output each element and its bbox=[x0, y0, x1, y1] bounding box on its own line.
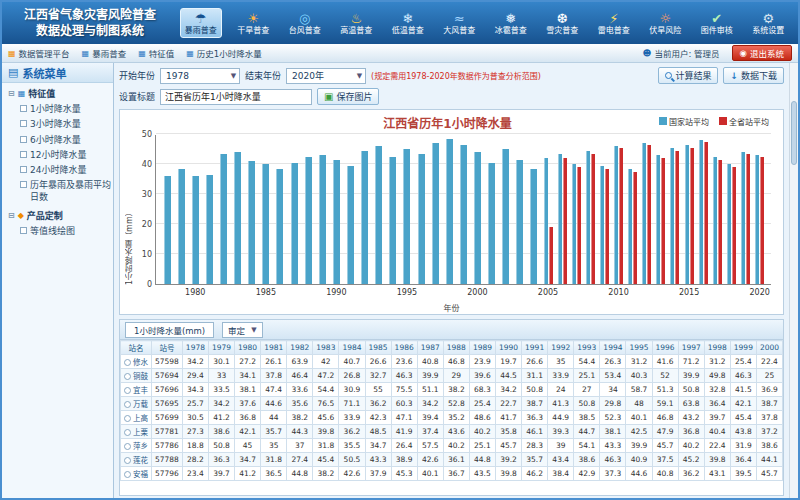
value-cell: 24 bbox=[548, 383, 574, 397]
end-year-select[interactable]: 2020年 ▼ bbox=[286, 68, 366, 84]
tab-item[interactable]: ▦暴雨普查 bbox=[82, 47, 127, 59]
scrollbar-thumb[interactable] bbox=[791, 101, 797, 165]
item-checkbox[interactable] bbox=[20, 105, 27, 112]
tree-expander-icon[interactable]: ⊟ bbox=[8, 211, 15, 220]
table-tab-hourly[interactable]: 1小时降水量(mm) bbox=[125, 322, 214, 338]
value-cell: 31.8 bbox=[261, 453, 287, 467]
table-row[interactable]: 安福5779623.439.741.236.544.838.242.637.94… bbox=[121, 467, 784, 481]
toolbar-item-cold[interactable]: ❄低温普查 bbox=[388, 9, 428, 38]
value-cell: 38.2 bbox=[313, 467, 339, 481]
item-checkbox[interactable] bbox=[20, 151, 27, 158]
value-cell: 39.9 bbox=[678, 369, 704, 383]
item-checkbox[interactable] bbox=[20, 181, 27, 188]
y-tick-label: 30 bbox=[142, 190, 152, 199]
chart-title-input[interactable]: 江西省历年1小时降水量 bbox=[160, 89, 312, 105]
sidebar-group-特征值[interactable]: ⊟▦特征值 bbox=[2, 83, 113, 102]
tab-item[interactable]: ▦数据管理平台 bbox=[8, 47, 70, 59]
table-row[interactable]: 宜丰5769634.333.538.147.433.654.430.95575.… bbox=[121, 383, 784, 397]
value-cell: 36.2 bbox=[339, 425, 365, 439]
bar-provincial bbox=[760, 157, 764, 285]
col-year: 1987 bbox=[417, 341, 443, 355]
logout-button[interactable]: ◉ 退出系统 bbox=[732, 45, 792, 61]
tab-item-label: 历史1小时降水量 bbox=[197, 47, 262, 59]
col-year: 1997 bbox=[678, 341, 704, 355]
value-cell: 40.7 bbox=[339, 355, 365, 369]
row-radio[interactable] bbox=[124, 415, 131, 422]
x-tick-label: 1980 bbox=[185, 288, 205, 297]
chevron-down-icon: ▼ bbox=[357, 72, 362, 80]
table-row[interactable]: 上高5769930.541.236.84438.245.633.942.347.… bbox=[121, 411, 784, 425]
vertical-scrollbar[interactable] bbox=[789, 63, 798, 498]
toolbar-item-typhoon[interactable]: ◎台风普查 bbox=[285, 9, 325, 38]
value-cell: 36.4 bbox=[704, 397, 730, 411]
row-radio[interactable] bbox=[124, 429, 131, 436]
sidebar-item-历年暴雨及暴雨平均日数[interactable]: 历年暴雨及暴雨平均日数 bbox=[2, 178, 113, 205]
value-cell: 46.8 bbox=[652, 411, 678, 425]
table-row[interactable]: 上栗5778127.338.642.135.744.339.836.248.54… bbox=[121, 425, 784, 439]
download-button[interactable]: ↓ 数据下载 bbox=[723, 67, 784, 84]
table-row[interactable]: 修水5759834.230.127.226.163.94240.726.623.… bbox=[121, 355, 784, 369]
row-radio[interactable] bbox=[124, 373, 131, 380]
calculate-button[interactable]: 计算结果 bbox=[658, 67, 718, 84]
toolbar-item-lightning[interactable]: ⚡雷电普查 bbox=[594, 9, 634, 38]
value-cell: 27.2 bbox=[235, 355, 261, 369]
toolbar-item-review[interactable]: ✔图件审核 bbox=[697, 9, 737, 38]
sidebar-item-24小时降水量[interactable]: 24小时降水量 bbox=[2, 163, 113, 178]
item-checkbox[interactable] bbox=[20, 120, 27, 127]
bar-national bbox=[558, 154, 562, 285]
item-checkbox[interactable] bbox=[20, 227, 27, 234]
toolbar-item-drought-sun[interactable]: ☀干旱普查 bbox=[233, 9, 273, 38]
start-year-select[interactable]: 1978 ▼ bbox=[160, 68, 240, 84]
tree-expander-icon[interactable]: ⊟ bbox=[8, 89, 15, 98]
value-cell: 48.5 bbox=[365, 425, 391, 439]
tab-item[interactable]: ▦特征值 bbox=[138, 47, 174, 59]
row-radio[interactable] bbox=[124, 387, 131, 394]
sidebar-item-12小时降水量[interactable]: 12小时降水量 bbox=[2, 148, 113, 163]
sidebar-group-产品定制[interactable]: ⊟◆产品定制 bbox=[2, 205, 113, 224]
tab-item-icon: ▦ bbox=[186, 49, 194, 58]
value-cell: 28.3 bbox=[522, 439, 548, 453]
table-row[interactable]: 万载5769525.734.237.644.635.676.571.136.26… bbox=[121, 397, 784, 411]
bar-group-2013 bbox=[654, 135, 668, 284]
value-cell: 43.5 bbox=[469, 467, 495, 481]
value-cell: 38.1 bbox=[600, 425, 626, 439]
table-row[interactable]: 铜鼓5769429.43334.137.846.447.226.832.746.… bbox=[121, 369, 784, 383]
value-cell: 22.7 bbox=[495, 397, 521, 411]
bar-group-2003 bbox=[513, 135, 527, 284]
save-image-button[interactable]: ▣ 保存图片 bbox=[317, 88, 379, 105]
review-filter-select[interactable]: 审定 ▼ bbox=[222, 322, 262, 338]
value-cell: 37.2 bbox=[756, 425, 782, 439]
value-cell: 40.2 bbox=[678, 439, 704, 453]
tab-item[interactable]: ▦历史1小时降水量 bbox=[186, 47, 261, 59]
toolbar-item-settings[interactable]: ⚙系统设置 bbox=[748, 9, 788, 38]
sidebar-item-6小时降水量[interactable]: 6小时降水量 bbox=[2, 133, 113, 148]
col-station-id: 站号 bbox=[152, 341, 183, 355]
value-cell: 43.1 bbox=[704, 467, 730, 481]
value-cell: 34.2 bbox=[417, 397, 443, 411]
sidebar-item-1小时降水量[interactable]: 1小时降水量 bbox=[2, 102, 113, 117]
legend-swatch bbox=[719, 117, 727, 125]
row-radio[interactable] bbox=[124, 443, 131, 450]
sidebar-item-3小时降水量[interactable]: 3小时降水量 bbox=[2, 117, 113, 132]
bar-provincial bbox=[605, 169, 609, 285]
toolbar-item-heat[interactable]: ♨高温普查 bbox=[336, 9, 376, 38]
station-id-cell: 57786 bbox=[152, 439, 183, 453]
table-row[interactable]: 萍乡5778618.850.845353731.835.534.726.457.… bbox=[121, 439, 784, 453]
row-radio[interactable] bbox=[124, 471, 131, 478]
item-checkbox[interactable] bbox=[20, 166, 27, 173]
item-checkbox[interactable] bbox=[20, 136, 27, 143]
toolbar-item-rainstorm[interactable]: ☂暴雨普查 bbox=[180, 8, 222, 39]
table-scroll-area[interactable]: 站名站号197819791980198119821983198419851986… bbox=[120, 340, 783, 495]
toolbar-item-summer-drought[interactable]: ☼伏旱风险 bbox=[645, 9, 685, 38]
y-tick-label: 0 bbox=[147, 280, 152, 289]
bar-national bbox=[642, 143, 646, 284]
col-year: 1989 bbox=[469, 341, 495, 355]
toolbar-item-wind[interactable]: ≈大风普查 bbox=[439, 9, 479, 38]
table-row[interactable]: 莲花5778828.236.334.731.827.445.450.543.33… bbox=[121, 453, 784, 467]
toolbar-item-hail[interactable]: ❅冰雹普查 bbox=[491, 9, 531, 38]
row-radio[interactable] bbox=[124, 401, 131, 408]
toolbar-item-snow[interactable]: ❆雪灾普查 bbox=[542, 9, 582, 38]
sidebar-item-等值线绘图[interactable]: 等值线绘图 bbox=[2, 224, 113, 239]
row-radio[interactable] bbox=[124, 457, 131, 464]
row-radio[interactable] bbox=[124, 359, 131, 366]
